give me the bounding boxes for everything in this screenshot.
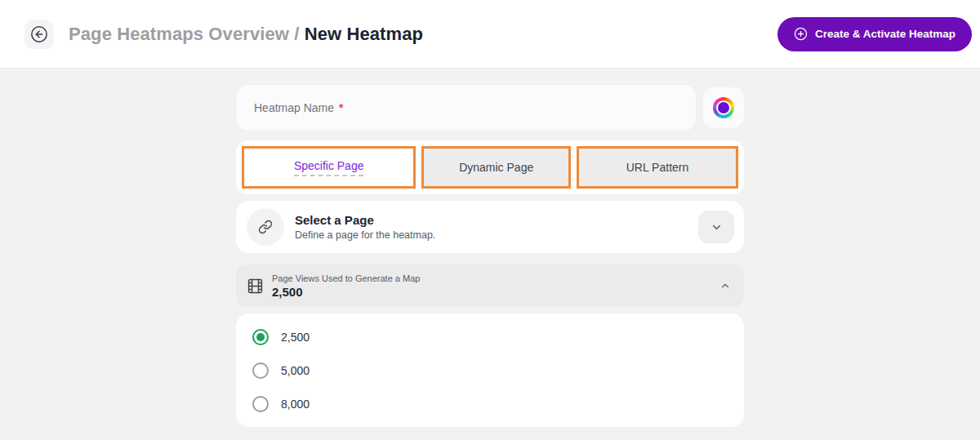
option-8000-label: 8,000 bbox=[281, 398, 310, 411]
select-page-subtitle: Define a page for the heatmap. bbox=[295, 229, 435, 241]
radio-unchecked-icon[interactable] bbox=[252, 362, 269, 379]
select-page-text: Select a Page Define a page for the heat… bbox=[295, 213, 435, 241]
create-activate-heatmap-button[interactable]: Create & Activate Heatmap bbox=[777, 17, 972, 51]
back-button[interactable] bbox=[24, 20, 54, 49]
breadcrumb: Page Heatmaps Overview / New Heatmap bbox=[69, 24, 423, 45]
chevron-up-icon bbox=[719, 280, 731, 291]
arrow-left-circle-icon bbox=[30, 25, 48, 43]
color-picker-button[interactable] bbox=[703, 87, 744, 128]
select-page-title: Select a Page bbox=[295, 213, 435, 227]
option-2500-label: 2,500 bbox=[281, 331, 310, 344]
heatmap-name-row: Heatmap Name * bbox=[236, 85, 744, 131]
tab-url-pattern[interactable]: URL Pattern bbox=[577, 146, 738, 189]
header: Page Heatmaps Overview / New Heatmap Cre… bbox=[0, 0, 980, 69]
page-views-text: Page Views Used to Generate a Map 2,500 bbox=[272, 273, 420, 299]
radio-checked-icon[interactable] bbox=[252, 329, 269, 345]
heatmap-name-input[interactable]: Heatmap Name * bbox=[236, 85, 696, 131]
page-type-tabs: Specific Page Dynamic Page URL Pattern bbox=[236, 140, 744, 194]
select-page-expand-button[interactable] bbox=[698, 211, 734, 243]
option-8000[interactable]: 8,000 bbox=[252, 387, 728, 420]
radio-unchecked-icon[interactable] bbox=[252, 396, 269, 412]
option-2500[interactable]: 2,500 bbox=[252, 320, 728, 353]
breadcrumb-parent[interactable]: Page Heatmaps Overview bbox=[69, 24, 289, 44]
form-column: Heatmap Name * Specific Page Dynamic Pag… bbox=[236, 69, 744, 427]
color-wheel-icon bbox=[713, 97, 734, 118]
chevron-down-icon bbox=[710, 221, 723, 233]
breadcrumb-separator: / bbox=[294, 24, 299, 44]
option-5000[interactable]: 5,000 bbox=[252, 353, 728, 387]
create-activate-label: Create & Activate Heatmap bbox=[815, 28, 956, 40]
option-5000-label: 5,000 bbox=[281, 364, 310, 377]
required-asterisk: * bbox=[339, 101, 343, 114]
app-root: Page Heatmaps Overview / New Heatmap Cre… bbox=[0, 0, 980, 440]
page-views-label: Page Views Used to Generate a Map bbox=[272, 273, 420, 283]
tab-url-pattern-label: URL Pattern bbox=[626, 161, 689, 174]
tab-specific-page-label: Specific Page bbox=[294, 159, 364, 176]
link-icon bbox=[247, 208, 284, 246]
page-views-value: 2,500 bbox=[272, 285, 420, 299]
select-page-dropdown[interactable]: Select a Page Define a page for the heat… bbox=[236, 201, 744, 253]
heatmap-name-placeholder: Heatmap Name bbox=[254, 101, 334, 114]
page-views-header[interactable]: Page Views Used to Generate a Map 2,500 bbox=[236, 264, 744, 307]
plus-circle-icon bbox=[794, 27, 808, 41]
tab-specific-page[interactable]: Specific Page bbox=[242, 146, 416, 189]
page-views-options: 2,500 5,000 8,000 bbox=[236, 313, 744, 427]
film-icon bbox=[247, 278, 263, 294]
main-content: Heatmap Name * Specific Page Dynamic Pag… bbox=[0, 69, 980, 440]
breadcrumb-current: New Heatmap bbox=[305, 24, 423, 44]
tab-dynamic-page-label: Dynamic Page bbox=[459, 161, 533, 174]
tab-dynamic-page[interactable]: Dynamic Page bbox=[421, 146, 571, 189]
